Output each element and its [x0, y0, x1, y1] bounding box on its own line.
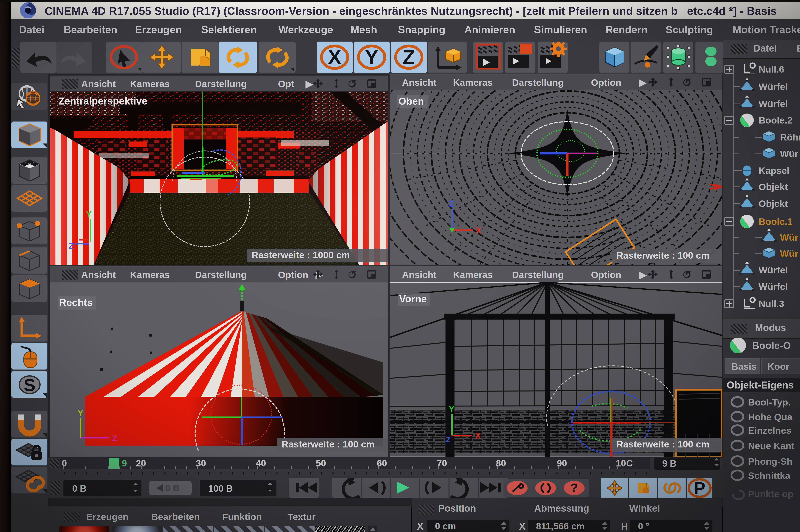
svg-text:Z: Z	[449, 199, 454, 208]
svg-text:Phong-Sh: Phong-Sh	[748, 456, 793, 467]
svg-text:Schnittka: Schnittka	[748, 470, 790, 481]
svg-text:Null.6: Null.6	[759, 64, 784, 75]
svg-text:Neue Kant: Neue Kant	[748, 440, 795, 451]
svg-text:20: 20	[136, 458, 146, 469]
svg-text:Y: Y	[78, 408, 83, 418]
svg-text:Boole-O: Boole-O	[752, 340, 791, 351]
svg-text:9: 9	[122, 458, 127, 469]
svg-text:Würfel: Würfel	[759, 265, 788, 276]
svg-text:70: 70	[437, 458, 447, 469]
svg-text:Objekt: Objekt	[759, 182, 788, 192]
svg-text:?: ?	[570, 481, 578, 495]
svg-text:Einzelnes: Einzelnes	[748, 425, 792, 436]
svg-text:40: 40	[256, 458, 266, 469]
svg-text:Punkte op: Punkte op	[748, 489, 794, 499]
svg-text:0: 0	[62, 458, 67, 469]
svg-text:60: 60	[377, 458, 387, 469]
svg-text:Wür: Wür	[780, 149, 798, 159]
svg-text:X: X	[328, 46, 341, 68]
svg-text:Z: Z	[112, 434, 117, 443]
svg-text:80: 80	[496, 458, 506, 469]
svg-text:Würfel: Würfel	[759, 81, 788, 92]
svg-text:Wür: Wür	[780, 232, 798, 243]
svg-text:C: C	[626, 458, 633, 469]
svg-text:Würfel: Würfel	[759, 98, 788, 109]
svg-text:9 B: 9 B	[662, 458, 677, 469]
svg-text:Y: Y	[86, 209, 92, 219]
svg-text:Z: Z	[446, 436, 450, 444]
svg-text:100 B: 100 B	[208, 483, 233, 494]
svg-text:0 B: 0 B	[72, 483, 87, 494]
svg-text:Objekt: Objekt	[759, 198, 788, 209]
svg-text:Boole.1: Boole.1	[759, 216, 793, 227]
svg-text:10: 10	[616, 458, 626, 469]
svg-text:Z: Z	[403, 46, 415, 68]
svg-text:Y: Y	[365, 46, 378, 68]
svg-text:Wür: Wür	[780, 248, 798, 259]
svg-text:X: X	[475, 431, 481, 440]
svg-text:90: 90	[557, 458, 567, 469]
svg-text:30: 30	[196, 458, 206, 469]
svg-text:Objekt-Eigens: Objekt-Eigens	[727, 380, 794, 391]
svg-text:Bool-Typ.: Bool-Typ.	[748, 397, 790, 407]
svg-text:Kapsel: Kapsel	[759, 165, 789, 176]
svg-text:Z: Z	[69, 241, 74, 250]
svg-text:50: 50	[316, 458, 326, 469]
svg-text:P: P	[694, 478, 705, 498]
svg-text:Boole.2: Boole.2	[759, 115, 793, 126]
svg-text:Basis: Basis	[731, 361, 757, 372]
svg-text:0 B: 0 B	[165, 483, 180, 493]
svg-text:Hohe Qua: Hohe Qua	[748, 412, 793, 422]
svg-text:Y: Y	[449, 404, 454, 414]
svg-text:Koor: Koor	[767, 361, 789, 372]
svg-text:X: X	[476, 226, 481, 235]
svg-text:S: S	[24, 375, 36, 395]
svg-text:Röhr: Röhr	[780, 132, 800, 142]
svg-text:Würfel: Würfel	[759, 281, 788, 292]
svg-text:Null.3: Null.3	[759, 298, 784, 309]
